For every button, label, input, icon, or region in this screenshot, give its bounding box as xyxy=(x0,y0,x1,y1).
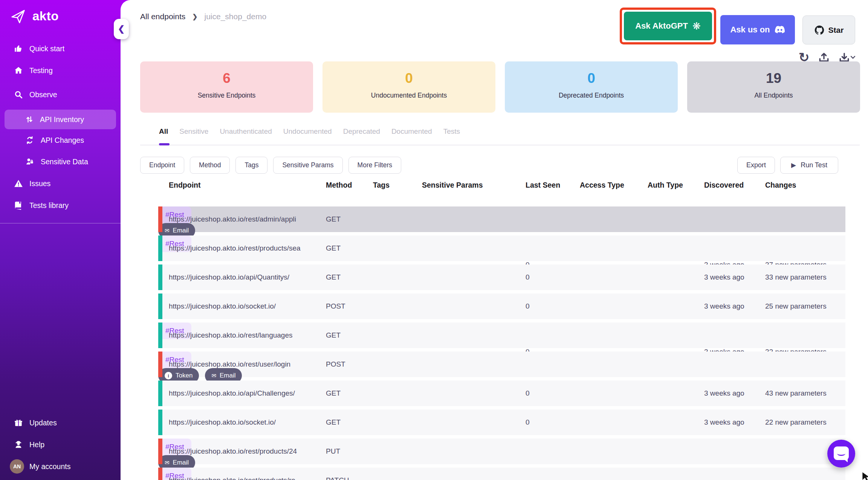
sidebar-item-label: Sensitive Data xyxy=(41,157,88,166)
table-row[interactable]: https://juiceshop.akto.io/socket.io/ POS… xyxy=(158,294,845,319)
akto-logo[interactable]: akto xyxy=(10,8,59,25)
ask-aktogpt-label: Ask AktoGPT xyxy=(635,21,688,31)
column-header[interactable]: Access Type xyxy=(580,181,624,190)
column-header[interactable]: Sensitive Params xyxy=(422,181,483,190)
sidebar-item-testing[interactable]: Testing xyxy=(0,63,121,78)
summary-card[interactable]: 0 Deprecated Endpoints xyxy=(505,61,678,113)
sort-arrows-icon xyxy=(25,115,34,124)
run-test-button[interactable]: ▶ Run Test xyxy=(780,157,838,174)
chat-bubble-icon xyxy=(834,446,849,460)
sidebar-item-my-accounts[interactable]: AN My accounts xyxy=(0,459,121,474)
sidebar-item-sensitive-data[interactable]: Sensitive Data xyxy=(0,154,121,169)
github-star-button[interactable]: Star xyxy=(802,15,855,44)
column-header[interactable]: Endpoint xyxy=(169,181,200,190)
table-row[interactable]: https://juiceshop.akto.io/socket.io/ GET… xyxy=(158,410,845,435)
table-header: Endpoint Method Tags Sensitive Params La… xyxy=(158,181,845,200)
column-header[interactable]: Method xyxy=(326,181,352,190)
sidebar-item-help[interactable]: Help xyxy=(0,437,121,452)
method: POST xyxy=(326,352,345,377)
tab[interactable]: Tests xyxy=(443,127,460,136)
sidebar-item-label: Quick start xyxy=(29,44,64,53)
severity-bar xyxy=(158,468,162,480)
summary-card[interactable]: 6 Sensitive Endpoints xyxy=(140,61,313,113)
sidebar-item-tests-library[interactable]: Tests library xyxy=(0,198,121,213)
column-header[interactable]: Discovered xyxy=(704,181,744,190)
severity-bar xyxy=(158,235,162,261)
filter-chip[interactable]: Method xyxy=(190,157,230,174)
method: PUT xyxy=(326,439,340,464)
severity-bar xyxy=(158,410,162,435)
sidebar-item-quick-start[interactable]: Quick start xyxy=(0,41,121,56)
breadcrumb-all-endpoints[interactable]: All endpoints xyxy=(140,12,185,21)
tab[interactable]: Documented xyxy=(391,127,432,136)
thumbs-up-icon xyxy=(14,44,23,54)
sidebar-item-api-changes[interactable]: API Changes xyxy=(0,133,121,148)
sidebar-collapse-button[interactable]: ❮ xyxy=(114,19,129,39)
endpoint-url: https://juiceshop.akto.io/api/Challenges… xyxy=(169,381,295,406)
ask-us-discord-button[interactable]: Ask us on xyxy=(720,15,795,44)
chat-launcher-button[interactable] xyxy=(827,440,855,468)
filter-chip[interactable]: Endpoint xyxy=(140,157,184,174)
summary-card-value: 19 xyxy=(687,70,860,86)
changes: 22 new parameters xyxy=(765,410,827,435)
export-label: Export xyxy=(746,161,766,169)
table-row[interactable]: https://juiceshop.akto.io/rest/products/… xyxy=(158,468,845,480)
support-agent-icon xyxy=(14,440,23,449)
inventory-tabs: All Sensitive Unauthenticated Undocument… xyxy=(140,125,860,145)
table-row[interactable]: https://juiceshop.akto.io/rest/products/… xyxy=(158,235,845,261)
mouse-cursor xyxy=(861,472,868,480)
column-header[interactable]: Changes xyxy=(765,181,796,190)
tab[interactable]: Undocumented xyxy=(283,127,332,136)
table-row[interactable]: https://juiceshop.akto.io/rest/products/… xyxy=(158,439,845,464)
paper-plane-icon xyxy=(10,8,27,25)
sidebar-item-label: Tests library xyxy=(29,201,69,210)
summary-card[interactable]: 0 Undocumented Endpoints xyxy=(322,61,495,113)
sidebar-item-observe[interactable]: Observe xyxy=(0,87,121,102)
summary-card-value: 0 xyxy=(322,70,495,86)
endpoint-url: https://juiceshop.akto.io/rest/languages xyxy=(169,323,292,348)
ask-us-label: Ask us on xyxy=(730,25,770,35)
table-row[interactable]: https://juiceshop.akto.io/rest/admin/app… xyxy=(158,206,845,232)
column-header[interactable]: Auth Type xyxy=(648,181,683,190)
discovered: 3 weeks ago xyxy=(704,264,744,290)
ask-aktogpt-button[interactable]: Ask AktoGPT ❋ xyxy=(624,12,712,40)
sidebar-item-issues[interactable]: Issues xyxy=(0,176,121,191)
export-button[interactable]: Export xyxy=(737,157,775,174)
changes: 43 new parameters xyxy=(765,381,827,406)
logo-text: akto xyxy=(32,9,59,23)
summary-card-label: Undocumented Endpoints xyxy=(322,92,495,99)
filter-chip[interactable]: Tags xyxy=(235,157,267,174)
user-lock-icon xyxy=(25,157,35,167)
summary-card-value: 6 xyxy=(140,70,313,86)
method: GET xyxy=(326,410,341,435)
endpoint-url: https://juiceshop.akto.io/rest/products/… xyxy=(169,235,301,261)
tab[interactable]: All xyxy=(159,127,168,136)
sidebar-item-api-inventory[interactable]: API Inventory xyxy=(5,110,116,129)
severity-bar xyxy=(158,294,162,319)
summary-card[interactable]: 19 All Endpoints xyxy=(687,61,860,113)
method: GET xyxy=(326,206,341,232)
filter-chip[interactable]: Sensitive Params xyxy=(273,157,342,174)
last-seen: 0 xyxy=(526,294,530,319)
table-row[interactable]: https://juiceshop.akto.io/rest/languages… xyxy=(158,323,845,348)
tab[interactable]: Sensitive xyxy=(179,127,208,136)
table-row[interactable]: https://juiceshop.akto.io/api/Quantitys/… xyxy=(158,264,845,290)
main-content: All endpoints ❯ juice_shop_demo Ask Akto… xyxy=(121,0,868,480)
discovered: 3 weeks ago xyxy=(704,410,744,435)
column-header[interactable]: Tags xyxy=(373,181,390,190)
run-test-label: Run Test xyxy=(801,161,827,169)
aktogpt-highlight-box: Ask AktoGPT ❋ xyxy=(620,8,716,44)
star-label: Star xyxy=(828,26,844,35)
table-row[interactable]: https://juiceshop.akto.io/api/Challenges… xyxy=(158,381,845,406)
tab[interactable]: Deprecated xyxy=(343,127,380,136)
discovered: 3 weeks ago xyxy=(704,381,744,406)
avatar: AN xyxy=(10,459,24,474)
tab[interactable]: Unauthenticated xyxy=(220,127,272,136)
column-header[interactable]: Last Seen xyxy=(526,181,560,190)
chevron-down-icon xyxy=(850,55,856,59)
sidebar-item-updates[interactable]: Updates xyxy=(0,415,121,430)
filter-chip[interactable]: More Filters xyxy=(348,157,401,174)
table-row[interactable]: https://juiceshop.akto.io/rest/user/logi… xyxy=(158,352,845,377)
github-icon xyxy=(814,25,825,35)
last-seen: 0 xyxy=(526,381,530,406)
